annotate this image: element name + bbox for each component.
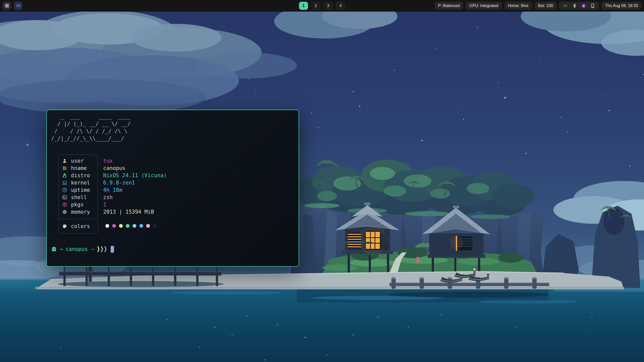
- info-label-text-distro: distro: [71, 172, 90, 178]
- latency-pill[interactable]: Home: 9ms: [504, 2, 532, 10]
- user-icon: [62, 158, 67, 163]
- clock-icon: [62, 188, 67, 193]
- terminal-window[interactable]: _ ___ ____ ____ / |/ (_)_ __/ __ \/ __/ …: [46, 110, 299, 267]
- logo-button[interactable]: $W: [14, 2, 22, 10]
- ascii-logo: _ ___ ____ ____ / |/ (_)_ __/ __ \/ __/ …: [51, 113, 131, 142]
- info-label-user: user: [59, 157, 98, 164]
- palette-icon: [62, 224, 67, 229]
- info-label-uptime: uptime: [59, 186, 98, 194]
- terminal-icon: [62, 195, 67, 200]
- fetch-label-box: userhnamedistrokerneluptimeshellpkgsmemo…: [59, 155, 98, 234]
- info-value-pkgs: 1: [103, 201, 167, 208]
- color-swatch-5: [139, 224, 143, 228]
- info-label-distro: distro: [59, 172, 98, 179]
- color-swatch-7: [153, 224, 157, 228]
- info-label-shell: shell: [59, 194, 98, 201]
- chevron-right-icon: [97, 246, 100, 252]
- info-value-shell: zsh: [103, 194, 167, 201]
- info-value-hname: canopus: [103, 164, 167, 172]
- bluetooth-icon[interactable]: [572, 3, 577, 8]
- chip-icon: [62, 209, 67, 214]
- color-swatch-6: [146, 224, 150, 228]
- info-label-text-pkgs: pkgs: [71, 202, 84, 208]
- color-swatch-2: [119, 224, 123, 228]
- gpu-pill[interactable]: GPU: Integrated: [466, 2, 502, 10]
- color-swatch-3: [126, 224, 130, 228]
- info-value-uptime: 4h 18m: [103, 186, 167, 194]
- status-pills: P: BalancedGPU: IntegratedHome: 9msBat: …: [434, 2, 556, 10]
- workspace-button-3[interactable]: 3: [324, 2, 333, 10]
- fetch-table: userhnamedistrokerneluptimeshellpkgsmemo…: [59, 155, 167, 234]
- topbar: $W 1234 P: BalancedGPU: IntegratedHome: …: [0, 0, 644, 12]
- prompt-cwd: ~: [91, 246, 94, 252]
- package-icon: [62, 202, 67, 207]
- info-label-text-user: user: [71, 158, 84, 164]
- workspace-button-4[interactable]: 4: [336, 2, 345, 10]
- info-value-user: tux: [103, 157, 167, 164]
- list-icon: [62, 166, 67, 171]
- battery-pill[interactable]: Bat: 100: [535, 2, 557, 10]
- bar-left: $W: [3, 2, 22, 10]
- info-label-kernel: kernel: [59, 179, 98, 186]
- color-swatch-1: [112, 224, 116, 228]
- prompt-arrow: →: [60, 246, 63, 252]
- ghost-icon: [51, 246, 57, 252]
- bar-right: P: BalancedGPU: IntegratedHome: 9msBat: …: [434, 2, 641, 10]
- color-swatch-0: [105, 224, 109, 228]
- info-label-text-uptime: uptime: [71, 187, 90, 193]
- color-swatches: [103, 219, 167, 233]
- info-label-text-shell: shell: [71, 194, 87, 200]
- info-label-memory: memory: [59, 208, 98, 215]
- fetch-value-rows: tuxcanopusNixOS 24.11 (Vicuna)6.9.8-zen1…: [103, 157, 167, 215]
- shell-prompt[interactable]: → canopus ~: [51, 245, 114, 253]
- clock[interactable]: Thu Aug 08, 18:33: [601, 2, 641, 10]
- app-grid-icon: [5, 3, 9, 8]
- system-tray: ✂: [559, 2, 599, 10]
- text-cursor: [111, 246, 114, 253]
- scissors-icon[interactable]: ✂: [563, 3, 568, 8]
- info-value-memory: 2013 | 15394 MiB: [103, 208, 167, 215]
- colors-row: colors: [59, 219, 98, 233]
- info-label-text-hname: hname: [71, 165, 87, 171]
- color-swatch-4: [133, 224, 136, 228]
- fetch-values: tuxcanopusNixOS 24.11 (Vicuna)6.9.8-zen1…: [103, 155, 167, 234]
- laptop-icon: [62, 180, 67, 185]
- desktop: $W 1234 P: BalancedGPU: IntegratedHome: …: [0, 0, 644, 362]
- fetch-label-rows: userhnamedistrokerneluptimeshellpkgsmemo…: [59, 157, 98, 215]
- chevron-right-icon: [104, 246, 107, 252]
- prompt-chevrons: [97, 246, 107, 252]
- colors-label: colors: [71, 223, 90, 229]
- workspaces: 1234: [299, 2, 345, 10]
- chevron-right-icon: [101, 246, 104, 252]
- info-label-pkgs: pkgs: [59, 201, 98, 208]
- info-label-text-kernel: kernel: [71, 180, 90, 186]
- workspace-button-1[interactable]: 1: [299, 2, 308, 10]
- flame-icon[interactable]: [581, 3, 586, 8]
- info-value-distro: NixOS 24.11 (Vicuna): [103, 172, 167, 179]
- power-profile-pill[interactable]: P: Balanced: [434, 2, 463, 10]
- info-value-kernel: 6.9.8-zen1: [103, 179, 167, 186]
- phone-icon[interactable]: [590, 3, 595, 8]
- info-label-hname: hname: [59, 164, 98, 172]
- penguin-icon: [62, 173, 67, 178]
- workspace-button-2[interactable]: 2: [311, 2, 320, 10]
- prompt-host: canopus: [66, 246, 88, 252]
- info-label-text-memory: memory: [71, 209, 90, 215]
- logo-text: $W: [16, 4, 20, 8]
- launcher-button[interactable]: [3, 2, 11, 10]
